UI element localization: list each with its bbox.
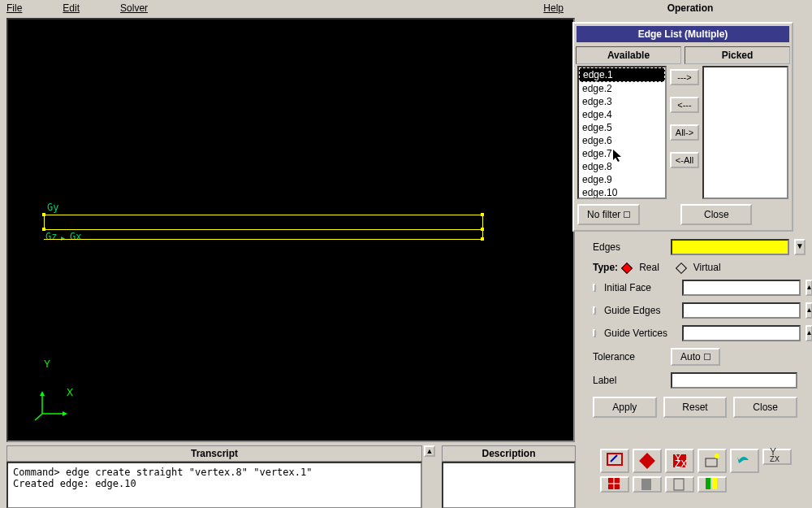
reset-button[interactable]: Reset [663,397,728,418]
vertex-dot [42,213,45,216]
svg-rect-19 [706,478,710,489]
axis-triad: Y X [32,389,73,424]
list-item[interactable]: edge.7 [579,147,665,160]
initial-face-check[interactable] [593,284,596,292]
virtual-label: Virtual [693,262,721,273]
list-item[interactable]: edge.4 [579,108,665,121]
tool-palette: YZX Yzx [597,445,804,496]
description-panel: Description [442,445,576,508]
tool-select-icon[interactable] [633,449,662,473]
tool-check-icon[interactable] [698,476,727,493]
viewport-3d[interactable]: Gy Gz Gx ▸ Y X [6,18,575,442]
apply-button[interactable]: Apply [593,397,657,418]
operation-title: Operation [585,0,796,16]
axis-x-label: X [67,387,73,398]
coord-gy-label: Gy [47,202,58,213]
svg-text:ZX: ZX [675,458,687,470]
guide-edges-pick[interactable]: ▴ [806,302,812,319]
real-radio[interactable] [621,263,633,274]
virtual-radio[interactable] [676,263,687,274]
svg-rect-20 [712,478,717,489]
menu-edit[interactable]: Edit [63,2,80,14]
guide-vertices-check[interactable] [593,329,596,337]
dialog-title: Edge List (Multiple) [577,26,789,42]
list-item[interactable]: edge.1 [579,67,665,82]
svg-rect-5 [607,454,622,465]
coord-gx-label: Gx [70,231,81,242]
initial-face-input[interactable] [682,280,801,296]
tool-wire-icon[interactable] [665,476,694,493]
guide-vertices-label: Guide Vertices [604,328,677,339]
list-item[interactable]: edge.6 [579,134,665,147]
available-list[interactable]: edge.1 edge.2 edge.3 edge.4 edge.5 edge.… [577,66,667,199]
picked-header: Picked [685,46,790,64]
filter-option[interactable]: No filter [577,204,640,225]
svg-rect-17 [641,479,651,490]
label-label: Label [593,375,666,386]
transcript-title: Transcript [6,445,422,462]
dialog-close-button[interactable]: Close [680,204,752,225]
list-item[interactable]: edge.2 [579,82,665,95]
label-input[interactable] [671,372,797,389]
list-item[interactable]: edge.5 [579,121,665,134]
svg-marker-3 [63,411,67,416]
vertex-dot [42,228,45,231]
menu-file[interactable]: File [6,2,22,14]
axis-y-label: Y [44,358,50,370]
guide-edges-check[interactable] [593,306,596,315]
tolerance-label: Tolerance [593,351,666,363]
scroll-up-button[interactable]: ▲ [424,445,435,457]
svg-rect-18 [674,479,684,490]
edge-list-dialog: Edge List (Multiple) Available Picked ed… [572,22,793,232]
list-item[interactable]: edge.9 [579,173,665,186]
tool-orient-icon[interactable]: YZX [665,449,694,473]
add-button[interactable]: ---> [670,69,699,85]
transcript-panel: Transcript ▲ Command> edge create straig… [6,445,422,508]
svg-line-4 [35,414,42,420]
menu-solver[interactable]: Solver [120,2,148,14]
arrow-icon: ▸ [61,233,65,242]
description-text [442,462,576,508]
list-item[interactable]: edge.10 [579,186,665,199]
tolerance-option[interactable]: Auto [671,348,720,366]
tool-grid-icon[interactable] [600,476,629,493]
real-label: Real [639,262,659,273]
tool-undo-icon[interactable] [730,449,759,473]
tool-render-icon[interactable] [698,449,727,473]
guide-vertices-input[interactable] [682,325,801,341]
edge-line [44,239,482,240]
menu-help[interactable]: Help [543,2,564,14]
vertex-dot [481,237,484,241]
available-header: Available [576,46,681,64]
svg-text:zx: zx [770,453,780,464]
close-button[interactable]: Close [733,397,797,418]
list-item[interactable]: edge.8 [579,160,665,173]
svg-rect-6 [639,453,655,469]
remove-button[interactable]: <--- [670,97,699,113]
edges-input[interactable] [671,239,789,255]
remove-all-button[interactable]: <-All [670,152,699,168]
transcript-text[interactable]: Command> edge create straight "vertex.8"… [6,462,422,508]
tool-axes-icon[interactable]: Yzx [762,449,792,465]
svg-rect-10 [706,458,717,467]
tool-shade-icon[interactable] [633,476,662,493]
add-all-button[interactable]: All-> [670,124,699,141]
edge-line [44,215,482,215]
list-item[interactable]: edge.3 [579,95,665,108]
edge-line [482,215,483,239]
guide-edges-label: Guide Edges [604,305,677,316]
initial-face-pick[interactable]: ▴ [806,280,812,296]
edges-label: Edges [593,241,666,253]
menubar: File Edit Solver Help [0,0,578,16]
edge-line [44,229,482,230]
initial-face-label: Initial Face [604,282,677,293]
guide-vertices-pick[interactable]: ▴ [806,325,812,341]
tool-fit-icon[interactable] [600,449,629,473]
guide-edges-input[interactable] [682,302,801,319]
picked-list[interactable] [702,66,788,199]
svg-marker-1 [40,391,45,396]
type-label: Type: [593,262,618,273]
description-title: Description [442,445,576,462]
edges-pick-button[interactable]: ▼ [794,239,806,255]
vertex-dot [481,228,484,231]
